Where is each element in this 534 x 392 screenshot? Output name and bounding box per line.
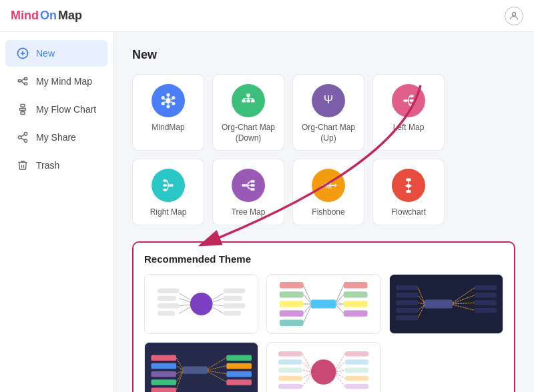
svg-rect-60: [250, 189, 254, 191]
treemap-label: Tree Map: [232, 207, 266, 218]
svg-point-15: [18, 136, 21, 139]
svg-rect-122: [475, 293, 497, 298]
svg-rect-104: [344, 310, 368, 316]
leftmap-circle-icon: [392, 84, 425, 117]
svg-point-16: [24, 139, 27, 143]
svg-rect-163: [345, 375, 369, 381]
svg-rect-5: [24, 78, 27, 80]
rightmap-circle-icon: [152, 169, 185, 202]
svg-line-47: [408, 96, 410, 101]
svg-rect-6: [24, 83, 27, 85]
map-card-treemap[interactable]: Tree Map: [212, 159, 284, 225]
svg-line-105: [304, 285, 311, 302]
sidebar-label-myshare: My Share: [36, 132, 76, 143]
svg-rect-157: [278, 367, 302, 373]
svg-rect-115: [424, 299, 452, 308]
svg-line-94: [213, 307, 224, 313]
svg-rect-116: [396, 285, 418, 291]
map-card-flowchart[interactable]: Flowchart: [372, 159, 445, 225]
svg-line-167: [302, 370, 311, 372]
svg-rect-119: [396, 307, 418, 313]
svg-rect-156: [278, 359, 302, 365]
sidebar-label-myflowchart: My Flow Chart: [36, 104, 96, 115]
sidebar-item-myflowchart[interactable]: My Flow Chart: [5, 96, 107, 123]
svg-point-24: [166, 105, 170, 108]
new-section-title: New: [132, 48, 515, 62]
theme-card-3[interactable]: [389, 274, 503, 334]
svg-line-171: [336, 362, 345, 371]
map-card-leftmap[interactable]: Left Map: [372, 74, 445, 151]
svg-rect-144: [226, 379, 252, 385]
svg-rect-143: [226, 371, 252, 377]
svg-line-110: [336, 285, 344, 302]
svg-rect-139: [151, 379, 176, 385]
svg-text:Ψ: Ψ: [324, 93, 333, 106]
mindmap-label: MindMap: [152, 123, 184, 133]
sidebar-label-mymindmap: My Mind Map: [36, 76, 92, 87]
svg-rect-46: [410, 104, 414, 106]
svg-line-172: [336, 370, 345, 372]
svg-rect-138: [151, 371, 176, 377]
svg-rect-85: [224, 303, 246, 309]
sidebar-item-new[interactable]: New: [5, 40, 107, 67]
theme-card-5[interactable]: [266, 342, 380, 392]
flowchart-label: Flowchart: [391, 207, 426, 218]
svg-point-22: [172, 96, 175, 99]
orgup-label: Org-Chart Map (Up): [298, 123, 358, 143]
svg-rect-86: [224, 311, 241, 316]
main-content: New MindMap Org-Chart Map(Down) Ψ: [113, 32, 534, 392]
theme-card-2[interactable]: [266, 274, 380, 334]
svg-line-113: [336, 305, 344, 313]
map-card-fishbone[interactable]: Fishbone: [292, 159, 364, 225]
svg-line-166: [302, 362, 311, 371]
map-card-rightmap[interactable]: Right Map: [132, 159, 204, 225]
svg-rect-33: [246, 94, 250, 97]
map-type-grid: MindMap Org-Chart Map(Down) Ψ Org-Chart …: [132, 74, 515, 225]
sidebar: New My Mind Map My Flow Chart My Share T…: [0, 32, 113, 392]
theme-card-1[interactable]: [144, 274, 258, 334]
svg-point-23: [172, 102, 175, 105]
svg-rect-34: [242, 99, 245, 102]
svg-rect-44: [410, 95, 414, 97]
svg-rect-123: [475, 300, 497, 305]
sidebar-item-mymindmap[interactable]: My Mind Map: [5, 68, 107, 95]
body: New My Mind Map My Flow Chart My Share T…: [0, 32, 534, 392]
header: MindOnMap: [0, 0, 534, 32]
svg-rect-83: [224, 288, 246, 293]
svg-rect-36: [251, 99, 254, 102]
svg-line-174: [336, 375, 345, 386]
svg-point-0: [512, 12, 515, 15]
svg-line-168: [302, 373, 311, 379]
svg-point-25: [162, 102, 165, 105]
sidebar-item-myshare[interactable]: My Share: [5, 124, 107, 151]
svg-rect-82: [158, 311, 175, 316]
map-card-mindmap[interactable]: MindMap: [132, 74, 204, 151]
logo-map: Map: [58, 9, 82, 23]
svg-rect-75: [407, 190, 411, 193]
rightmap-label: Right Map: [150, 207, 187, 218]
svg-line-169: [302, 375, 311, 386]
theme-grid: [144, 274, 503, 392]
svg-point-21: [166, 93, 170, 97]
svg-rect-162: [345, 367, 369, 373]
svg-line-8: [21, 81, 25, 84]
flowchart-circle-icon: [392, 169, 425, 202]
theme-card-4[interactable]: [144, 342, 258, 392]
svg-line-17: [21, 138, 24, 140]
treemap-circle-icon: [232, 169, 265, 202]
sidebar-item-trash[interactable]: Trash: [5, 152, 107, 179]
map-card-orgdown[interactable]: Org-Chart Map(Down): [212, 74, 284, 151]
svg-rect-45: [410, 99, 414, 101]
svg-line-93: [213, 305, 224, 306]
trash-icon: [16, 159, 29, 172]
svg-line-90: [180, 307, 190, 313]
user-icon[interactable]: [505, 7, 523, 25]
svg-point-78: [190, 293, 213, 315]
svg-rect-59: [250, 184, 254, 186]
orgdown-circle-icon: [232, 84, 265, 117]
map-card-orgup[interactable]: Ψ Org-Chart Map (Up): [292, 74, 364, 151]
svg-rect-51: [163, 180, 167, 182]
svg-rect-80: [158, 296, 176, 301]
svg-rect-137: [151, 363, 176, 369]
svg-rect-103: [344, 301, 368, 307]
